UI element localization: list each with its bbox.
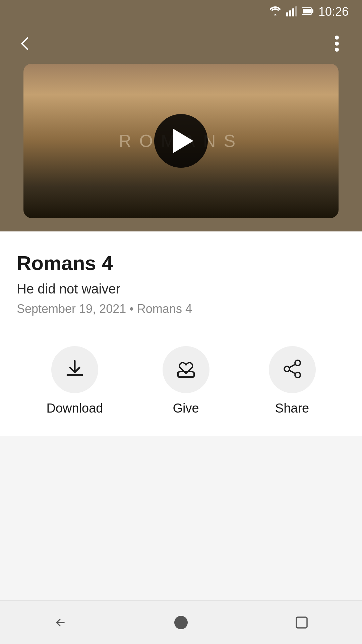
- wifi-icon: [269, 6, 282, 17]
- battery-icon: [302, 6, 314, 17]
- share-icon: [282, 359, 302, 380]
- status-bar: 10:26: [0, 0, 362, 23]
- svg-rect-2: [292, 8, 294, 16]
- svg-rect-3: [295, 6, 297, 16]
- more-options-button[interactable]: [325, 32, 349, 55]
- download-action[interactable]: Download: [47, 346, 103, 416]
- svg-rect-14: [296, 617, 307, 628]
- svg-point-9: [335, 48, 339, 52]
- download-circle: [51, 346, 98, 393]
- content-area: Romans 4 He did not waiver September 19,…: [0, 231, 362, 436]
- svg-point-7: [335, 36, 339, 40]
- back-button[interactable]: [13, 32, 37, 55]
- play-icon: [173, 129, 193, 153]
- svg-rect-5: [312, 9, 313, 13]
- give-action[interactable]: Give: [163, 346, 209, 416]
- share-action[interactable]: Share: [269, 346, 316, 416]
- give-icon: [175, 359, 197, 380]
- actions-row: Download Give: [17, 339, 345, 436]
- video-thumbnail[interactable]: ROMANS: [23, 64, 339, 218]
- status-time: 10:26: [318, 5, 349, 19]
- download-icon: [65, 359, 85, 380]
- sermon-meta: September 19, 2021 • Romans 4: [17, 302, 345, 316]
- nav-home-button[interactable]: [161, 609, 201, 636]
- share-label: Share: [275, 401, 309, 416]
- video-container: ROMANS: [0, 64, 362, 231]
- bottom-nav: [0, 600, 362, 644]
- status-icons: 10:26: [269, 5, 349, 19]
- svg-point-8: [335, 42, 339, 46]
- sermon-title: Romans 4: [17, 252, 345, 275]
- give-circle: [163, 346, 209, 393]
- svg-point-10: [295, 360, 300, 366]
- nav-recent-button[interactable]: [282, 609, 322, 636]
- app-bar: [0, 23, 362, 64]
- signal-icon: [286, 6, 297, 18]
- nav-back-button[interactable]: [40, 609, 80, 636]
- download-label: Download: [47, 401, 103, 416]
- svg-point-13: [174, 616, 188, 629]
- svg-rect-1: [289, 10, 291, 16]
- svg-point-12: [284, 366, 290, 372]
- svg-point-11: [295, 372, 300, 378]
- svg-rect-0: [286, 12, 288, 16]
- svg-rect-6: [303, 9, 311, 13]
- sermon-subtitle: He did not waiver: [17, 281, 345, 297]
- play-button[interactable]: [154, 114, 208, 168]
- give-label: Give: [173, 401, 199, 416]
- share-circle: [269, 346, 316, 393]
